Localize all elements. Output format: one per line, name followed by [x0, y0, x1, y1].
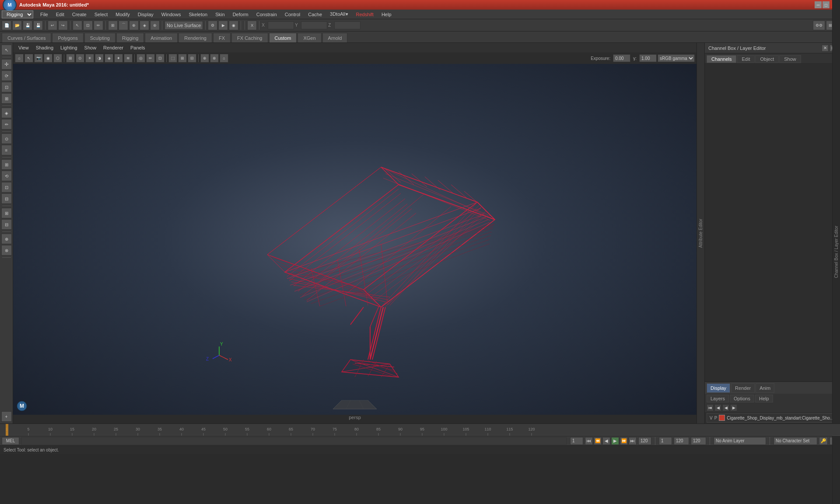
tool6[interactable]: ⊟ [1, 193, 12, 204]
tool5[interactable]: ⊡ [1, 182, 12, 192]
playback-start-field[interactable]: 1 [659, 437, 672, 445]
rp-close-btn[interactable]: ✕ [822, 45, 829, 52]
undo-btn[interactable]: ↩ [48, 21, 57, 30]
snap-grid-btn[interactable]: ⊞ [108, 21, 118, 30]
move-tool[interactable]: ✛ [1, 59, 12, 70]
rp-subtab-help[interactable]: Help [755, 395, 773, 402]
rotate-tool[interactable]: ⟳ [1, 70, 12, 81]
gamma-select[interactable]: sRGB gamma [658, 54, 695, 62]
layer-nav-prev[interactable]: ◀ [714, 404, 721, 411]
char-set-dropdown[interactable]: No Character Set [774, 437, 817, 445]
rp-subtab-options[interactable]: Options [730, 395, 754, 402]
minimize-button[interactable]: ─ [815, 1, 822, 8]
menu-windows[interactable]: Windows [158, 10, 185, 19]
vp-menu-view[interactable]: View [16, 45, 32, 50]
step-fwd-btn[interactable]: ⏩ [620, 437, 628, 445]
timeline[interactable]: 1 5 10 15 20 25 30 35 40 45 50 55 60 65 … [0, 424, 840, 436]
tool9[interactable]: ⊕ [1, 234, 12, 244]
vp-home-btn[interactable]: ⌂ [15, 54, 24, 63]
vp-menu-shading[interactable]: Shading [33, 45, 56, 50]
tab-fx-caching[interactable]: FX Caching [231, 33, 268, 42]
tab-xgen[interactable]: XGen [298, 33, 321, 42]
go-to-start-btn[interactable]: ⏮ [585, 437, 593, 445]
no-live-surface-label[interactable]: No Live Surface [164, 21, 203, 30]
vp-menu-show[interactable]: Show [82, 45, 99, 50]
vp-smooth-btn[interactable]: ⊙ [76, 54, 84, 63]
lasso-btn[interactable]: ⊡ [83, 21, 93, 30]
vp-wire-btn[interactable]: ⬡ [53, 54, 62, 63]
ch-tab-edit[interactable]: Edit [737, 55, 755, 63]
mel-script-label[interactable]: MEL [2, 437, 19, 445]
vp-ao-btn[interactable]: ◈ [105, 54, 113, 63]
menu-skin[interactable]: Skin [212, 10, 228, 19]
tool3[interactable]: ⊞ [1, 159, 12, 170]
save-file-btn[interactable]: 💾 [23, 21, 32, 30]
layer-nav-first[interactable]: ⏮ [707, 404, 714, 411]
vp-camera-btn[interactable]: 📷 [34, 54, 43, 63]
select-tool[interactable]: ↖ [1, 45, 12, 55]
exposure-value[interactable]: 0.00 [613, 54, 630, 62]
vp-uv-btn[interactable]: ⊡ [156, 54, 164, 63]
menu-edit[interactable]: Edit [52, 10, 68, 19]
rp-tab-display[interactable]: Display [707, 383, 730, 393]
vp-toon-btn[interactable]: ✦ [114, 54, 123, 63]
snap-curve-btn[interactable]: ⌒ [119, 21, 128, 30]
paint-btn[interactable]: ✏ [94, 21, 103, 30]
vp-cam-btn[interactable]: ⌂ [220, 54, 228, 63]
viewport[interactable]: View Shading Lighting Show Renderer Pane… [13, 43, 696, 424]
settings-btn[interactable]: ⚙⚙ [813, 21, 825, 30]
expand-btn[interactable]: + [1, 411, 12, 422]
layer-nav-next[interactable]: ▶ [730, 404, 737, 411]
maximize-button[interactable]: □ [822, 1, 830, 8]
range-end-field[interactable]: 120 [638, 437, 651, 445]
layer-nav-prev2[interactable]: ◀ [722, 404, 729, 411]
menu-constrain[interactable]: Constrain [253, 10, 280, 19]
vp-xray2-btn[interactable]: ⊟ [188, 54, 196, 63]
layer-visibility[interactable]: V [710, 416, 713, 420]
snap-live-btn[interactable]: ⊛ [150, 21, 160, 30]
menu-redshift[interactable]: Redshift [353, 10, 377, 19]
ch-tab-channels[interactable]: Channels [707, 55, 736, 63]
layer-pickable[interactable]: P [714, 416, 718, 420]
tab-fx[interactable]: FX [213, 33, 231, 42]
menu-cache[interactable]: Cache [304, 10, 326, 19]
anim-layer-dropdown[interactable]: No Anim Layer [714, 437, 766, 445]
tool4[interactable]: ⟲ [1, 171, 12, 181]
vp-paint-btn[interactable]: ✏ [146, 54, 155, 63]
vp-motion-btn[interactable]: ≋ [124, 54, 133, 63]
go-to-end-btn[interactable]: ⏭ [629, 437, 637, 445]
vp-menu-renderer[interactable]: Renderer [101, 45, 126, 50]
vp-isolate-btn[interactable]: ◎ [136, 54, 145, 63]
render-settings-btn[interactable]: ⚙ [208, 21, 217, 30]
tab-sculpting[interactable]: Sculpting [84, 33, 116, 42]
playback-end-field[interactable]: 120 [691, 437, 706, 445]
paint-tool[interactable]: ✏ [1, 119, 12, 130]
select-btn[interactable]: ↖ [73, 21, 82, 30]
step-back-btn[interactable]: ⏪ [594, 437, 602, 445]
menu-select[interactable]: Select [91, 10, 112, 19]
universal-manip[interactable]: ⊞ [1, 93, 12, 104]
scale-tool[interactable]: ⊡ [1, 82, 12, 92]
redo-btn[interactable]: ↪ [58, 21, 68, 30]
vp-xray-btn[interactable]: ⬚ [168, 54, 177, 63]
x-field[interactable] [268, 21, 294, 29]
menu-file[interactable]: File [37, 10, 52, 19]
range-start-field[interactable]: 1 [570, 437, 583, 445]
vp-hud-btn[interactable]: ⊕ [200, 54, 209, 63]
ch-tab-object[interactable]: Object [755, 55, 779, 63]
vp-menu-panels[interactable]: Panels [128, 45, 148, 50]
tab-curves[interactable]: Curves / Surfaces [2, 33, 51, 42]
workspace-selector[interactable]: Rigging [2, 10, 33, 18]
open-file-btn[interactable]: 📂 [12, 21, 22, 30]
menu-modify[interactable]: Modify [112, 10, 133, 19]
play-back-btn[interactable]: ◀ [602, 437, 610, 445]
vp-grid2-btn[interactable]: ⊗ [210, 54, 219, 63]
rp-tab-render[interactable]: Render [731, 383, 755, 393]
menu-create[interactable]: Create [69, 10, 90, 19]
menu-3dtoa[interactable]: 3DtoAll▾ [326, 10, 351, 19]
save-as-btn[interactable]: 💾 [33, 21, 43, 30]
snap-view-btn[interactable]: ◈ [140, 21, 149, 30]
vp-light-btn[interactable]: ☀ [85, 54, 94, 63]
script-input[interactable] [21, 437, 567, 445]
layer-color-swatch[interactable] [719, 415, 725, 421]
